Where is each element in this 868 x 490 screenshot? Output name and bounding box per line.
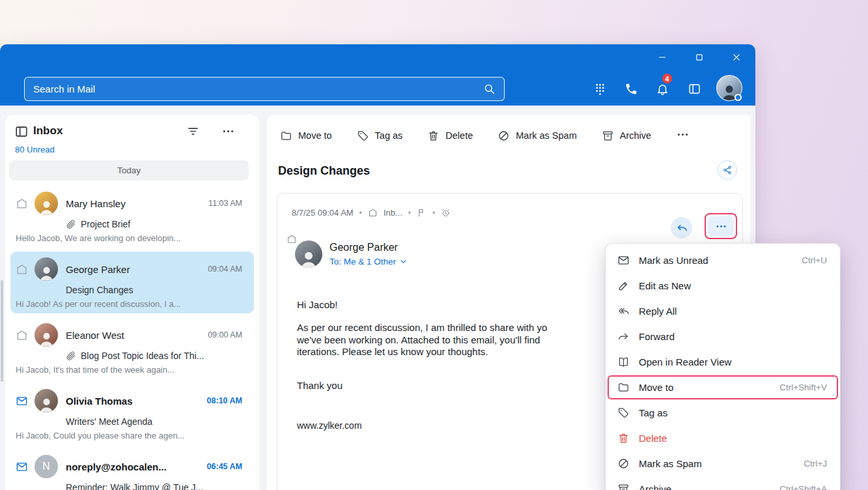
annotation-box-more xyxy=(705,213,737,239)
close-icon xyxy=(731,51,742,63)
menu-item-tag-as[interactable]: Tag as xyxy=(606,400,840,425)
email-subject: Blog Post Topic Ideas for Thi... xyxy=(81,351,204,361)
tag-as-button[interactable]: Tag as xyxy=(357,130,403,142)
filter-icon xyxy=(186,124,200,138)
separator-dot xyxy=(359,208,362,218)
read-envelope-icon[interactable] xyxy=(16,329,28,341)
folder-icon xyxy=(617,381,630,394)
dialpad-button[interactable] xyxy=(591,80,608,97)
ellipsis-icon xyxy=(715,220,727,233)
move-to-label: Move to xyxy=(298,130,332,141)
list-item[interactable]: Eleanor West 09:00 AM Blog Post Topic Id… xyxy=(5,317,259,382)
read-envelope-icon xyxy=(287,234,297,244)
panel-toggle-icon xyxy=(688,82,701,96)
reply-all-icon xyxy=(617,305,630,317)
list-item[interactable]: N noreply@zohocalen... 06:45 AM Reminder… xyxy=(5,448,259,490)
email-subject: Project Brief xyxy=(81,219,130,229)
menu-item-move-to[interactable]: Move to Ctrl+Shift+V xyxy=(606,375,840,400)
minimize-icon xyxy=(656,51,668,63)
titlebar: 4 xyxy=(0,44,755,106)
phone-button[interactable] xyxy=(623,80,639,97)
inbox-pane-icon[interactable] xyxy=(14,124,29,139)
forward-icon xyxy=(617,330,630,343)
shortcut-label: Ctrl+Shift+A xyxy=(779,484,827,490)
move-to-button[interactable]: Move to xyxy=(280,130,332,142)
menu-item-archive[interactable]: Archive Ctrl+Shift+A xyxy=(606,476,840,490)
flag-icon[interactable] xyxy=(417,208,427,218)
sender-name: George Parker xyxy=(329,242,398,253)
body-line: iterations. Please let us know your thou… xyxy=(297,346,547,358)
reader-view-icon xyxy=(617,356,630,368)
tag-icon xyxy=(357,130,369,142)
sender-name: Eleanor West xyxy=(66,330,208,341)
panel-toggle-button[interactable] xyxy=(686,80,703,97)
archive-icon xyxy=(617,483,630,490)
mark-as-spam-button[interactable]: Mark as Spam xyxy=(497,130,576,142)
delete-button[interactable]: Delete xyxy=(427,130,473,142)
list-item-selected[interactable]: George Parker 09:04 AM Design Changes Hi… xyxy=(5,251,259,317)
menu-item-edit-as-new[interactable]: Edit as New xyxy=(606,273,840,298)
phone-icon xyxy=(624,82,638,96)
message-more-button[interactable] xyxy=(708,216,734,236)
attachment-icon xyxy=(66,219,76,229)
close-button[interactable] xyxy=(725,48,748,66)
body-closing: Thank you xyxy=(297,380,343,391)
recipients-label: To: Me & 1 Other xyxy=(329,257,396,267)
person-icon xyxy=(37,330,56,347)
sender-name: George Parker xyxy=(66,264,208,275)
email-time: 06:45 AM xyxy=(207,462,242,471)
envelope-icon xyxy=(617,254,630,267)
maximize-button[interactable] xyxy=(688,48,710,66)
dialpad-icon xyxy=(594,82,606,96)
person-icon xyxy=(37,396,56,412)
email-subject: Writers' Meet Agenda xyxy=(66,416,152,427)
separator-dot xyxy=(408,208,411,218)
avatar xyxy=(35,389,58,412)
body-greeting: Hi Jacob! xyxy=(297,299,338,310)
message-datetime: 8/7/25 09:04 AM xyxy=(292,208,354,218)
shortcut-label: Ctrl+U xyxy=(802,255,827,265)
block-icon xyxy=(497,130,510,142)
list-item[interactable]: Mary Hansley 11:03 AM Project Brief Hell… xyxy=(5,185,259,251)
filter-button[interactable] xyxy=(186,124,202,140)
list-item[interactable]: Olivia Thomas 08:10 AM Writers' Meet Age… xyxy=(5,382,259,448)
tag-icon xyxy=(617,407,630,419)
archive-button[interactable]: Archive xyxy=(602,130,651,142)
folder-title: Inbox xyxy=(33,124,63,137)
read-envelope-icon[interactable] xyxy=(16,263,28,276)
menu-item-delete[interactable]: Delete xyxy=(606,425,840,451)
folder-envelope-icon xyxy=(368,208,378,218)
menu-item-forward[interactable]: Forward xyxy=(606,324,840,349)
snooze-alarm-icon[interactable] xyxy=(441,208,451,218)
search-icon xyxy=(483,83,496,95)
unread-envelope-icon[interactable] xyxy=(16,461,28,473)
menu-item-reply-all[interactable]: Reply All xyxy=(606,298,840,324)
sender-avatar xyxy=(295,240,322,268)
sender-name: Mary Hansley xyxy=(66,198,208,209)
read-envelope-icon[interactable] xyxy=(16,197,28,210)
email-time: 11:03 AM xyxy=(208,199,242,208)
message-folder: Inb... xyxy=(384,208,402,218)
attachment-icon xyxy=(66,351,76,361)
left-scrollbar[interactable] xyxy=(1,280,3,382)
body-website: www.zylker.com xyxy=(297,420,362,431)
share-button[interactable] xyxy=(718,160,737,180)
notification-badge: 4 xyxy=(662,73,673,84)
menu-item-open-in-reader-view[interactable]: Open in Reader View xyxy=(606,349,840,375)
recipients-toggle[interactable]: To: Me & 1 Other xyxy=(329,257,408,267)
search-input[interactable] xyxy=(33,83,483,94)
minimize-button[interactable] xyxy=(651,48,673,66)
email-subject: Design Changes xyxy=(66,285,133,295)
list-more-button[interactable] xyxy=(221,124,237,140)
reply-button[interactable] xyxy=(671,217,692,238)
body-line: As per our recent discussion, I am thril… xyxy=(297,322,547,334)
maximize-icon xyxy=(693,51,705,63)
pencil-icon xyxy=(617,280,630,292)
menu-item-mark-as-spam[interactable]: Mark as Spam Ctrl+J xyxy=(606,451,840,476)
unread-envelope-icon[interactable] xyxy=(16,395,28,407)
message-context-menu: Mark as Unread Ctrl+U Edit as New Reply … xyxy=(606,244,840,490)
email-preview: Hi Jacob! As per our recent discussion, … xyxy=(16,299,242,309)
tag-as-label: Tag as xyxy=(375,130,403,141)
toolbar-more-button[interactable] xyxy=(676,128,692,143)
menu-item-mark-as-unread[interactable]: Mark as Unread Ctrl+U xyxy=(606,248,840,273)
